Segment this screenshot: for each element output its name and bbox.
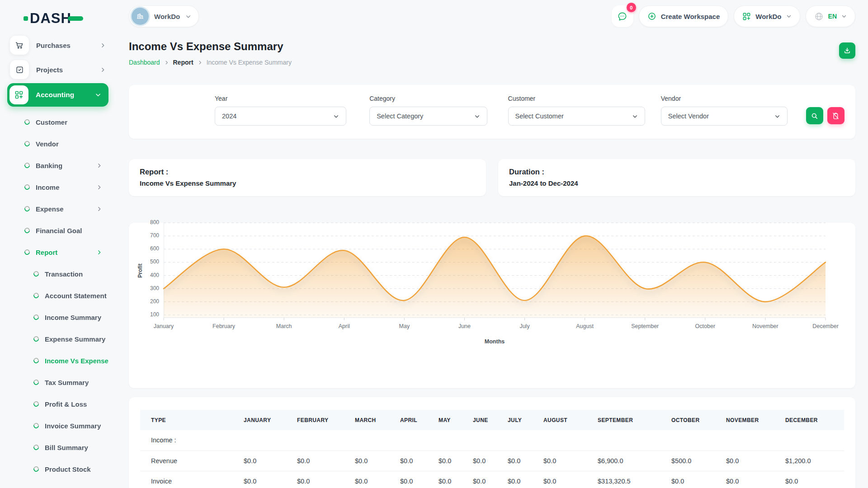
vendor-select[interactable]: Select Vendor (661, 107, 788, 126)
table-header-november: NOVEMBER (722, 410, 782, 430)
sidebar-item-banking[interactable]: Banking (7, 155, 108, 176)
chevron-down-icon (185, 14, 191, 19)
workspace-pill[interactable]: WorkDo (129, 5, 199, 27)
bullet-icon (24, 227, 31, 235)
workspace-switcher-label: WorkDo (755, 13, 781, 20)
bullet-icon (33, 270, 40, 278)
sidebar-item-product-stock[interactable]: Product Stock (7, 458, 108, 480)
sidebar-item-expense-summary[interactable]: Expense Summary (7, 328, 108, 350)
year-select-value: 2024 (222, 113, 236, 120)
sidebar-item-invoice-summary[interactable]: Invoice Summary (7, 415, 108, 436)
year-label: Year (215, 95, 346, 102)
chevron-down-icon (841, 14, 847, 19)
value-cell: $0.0 (782, 471, 844, 488)
vendor-select-value: Select Vendor (668, 113, 709, 120)
value-cell: $0.0 (351, 471, 396, 488)
bullet-icon (24, 249, 31, 256)
table-header-july: JULY (504, 410, 540, 430)
sidebar-item-label: Purchases (36, 42, 100, 49)
x-axis-tick: May (379, 323, 429, 329)
x-axis-tick: December (801, 323, 850, 329)
sidebar-item-report[interactable]: Report (7, 241, 108, 263)
bullet-icon (33, 357, 40, 365)
table-header-type: TYPE (140, 410, 240, 430)
duration-summary-card: Duration : Jan-2024 to Dec-2024 (498, 159, 855, 196)
page-title: Income Vs Expense Summary (129, 40, 292, 53)
y-axis-tick: 200 (140, 298, 159, 305)
profit-chart-card: Profit Months 800700600500400300200100Ja… (129, 223, 855, 388)
sidebar-item-label: Banking (36, 162, 96, 169)
sidebar-item-tax-summary[interactable]: Tax Summary (7, 371, 108, 393)
page-header: Income Vs Expense Summary Dashboard Repo… (129, 40, 855, 67)
table-header-october: OCTOBER (668, 410, 722, 430)
create-workspace-label: Create Workspace (661, 13, 720, 20)
chevron-down-icon (632, 113, 638, 119)
sidebar-item-accounting[interactable]: Accounting (7, 83, 108, 107)
sidebar-item-cash-flow[interactable]: Cash Flow (7, 480, 108, 488)
reset-filter-button[interactable] (827, 107, 844, 124)
bullet-icon (33, 335, 40, 343)
search-icon (811, 112, 818, 120)
value-cell: $6,900.0 (594, 450, 668, 471)
sidebar-item-income-vs-expense[interactable]: Income Vs Expense (7, 350, 108, 371)
logo-dash-icon (68, 16, 83, 21)
create-workspace-button[interactable]: Create Workspace (639, 5, 729, 27)
sidebar-item-bill-summary[interactable]: Bill Summary (7, 436, 108, 458)
table-header-august: AUGUST (540, 410, 594, 430)
bullet-icon (33, 314, 40, 321)
customer-select[interactable]: Select Customer (508, 107, 645, 126)
sidebar-item-label: Vendor (36, 140, 108, 148)
value-cell: $313,320.5 (594, 471, 668, 488)
row-type-cell: Revenue (140, 450, 240, 471)
bullet-icon (33, 400, 40, 408)
language-selector[interactable]: EN (806, 5, 855, 27)
sidebar-item-label: Customer (36, 118, 108, 126)
category-label: Category (369, 95, 487, 102)
sidebar-item-label: Income Summary (45, 314, 108, 321)
messages-button[interactable]: 0 (612, 5, 633, 27)
sidebar-item-account-statement[interactable]: Account Statement (7, 285, 108, 306)
sidebar-item-label: Product Stock (45, 465, 108, 473)
category-select[interactable]: Select Category (369, 107, 487, 126)
sidebar-item-vendor[interactable]: Vendor (7, 133, 108, 155)
value-cell: $0.0 (240, 450, 293, 471)
value-cell: $0.0 (540, 471, 594, 488)
apply-filter-button[interactable] (806, 107, 823, 124)
sidebar-item-purchases[interactable]: Purchases (7, 34, 108, 56)
chevron-down-icon (786, 14, 792, 19)
x-axis-tick: October (680, 323, 730, 329)
language-code: EN (828, 13, 837, 20)
app-logo[interactable]: DASH (24, 11, 108, 26)
sidebar-item-projects[interactable]: Projects (7, 59, 108, 80)
sidebar-item-customer[interactable]: Customer (7, 111, 108, 133)
value-cell (293, 430, 351, 450)
chevron-down-icon (333, 113, 339, 119)
value-cell: $0.0 (396, 471, 435, 488)
workspace-switcher-button[interactable]: WorkDo (734, 5, 800, 27)
sidebar-item-profit-loss[interactable]: Profit & Loss (7, 393, 108, 415)
filter-card: Year 2024 Category Select Category Custo… (129, 85, 855, 139)
value-cell (594, 430, 668, 450)
x-axis-tick: November (741, 323, 790, 329)
y-axis-tick: 300 (140, 285, 159, 291)
chevron-right-icon (198, 60, 203, 65)
bullet-icon (24, 140, 31, 148)
breadcrumb-dashboard-link[interactable]: Dashboard (129, 58, 160, 67)
year-select[interactable]: 2024 (215, 107, 346, 126)
check-square-icon (10, 60, 29, 79)
sidebar-item-financial-goal[interactable]: Financial Goal (7, 220, 108, 241)
sidebar-item-income[interactable]: Income (7, 176, 108, 198)
download-report-button[interactable] (839, 42, 855, 59)
sidebar-item-income-summary[interactable]: Income Summary (7, 306, 108, 328)
messages-count-badge: 0 (627, 3, 636, 12)
value-cell: $500.0 (668, 450, 722, 471)
sidebar-item-expense[interactable]: Expense (7, 198, 108, 220)
bullet-icon (33, 422, 40, 430)
x-axis-tick: July (500, 323, 550, 329)
sidebar-item-transaction[interactable]: Transaction (7, 263, 108, 285)
bullet-icon (24, 118, 31, 126)
breadcrumb-report-link[interactable]: Report (173, 58, 193, 67)
report-summary-card: Report : Income Vs Expense Summary (129, 159, 486, 196)
bullet-icon (24, 205, 31, 213)
accounting-submenu: CustomerVendorBankingIncomeExpenseFinanc… (7, 111, 108, 488)
